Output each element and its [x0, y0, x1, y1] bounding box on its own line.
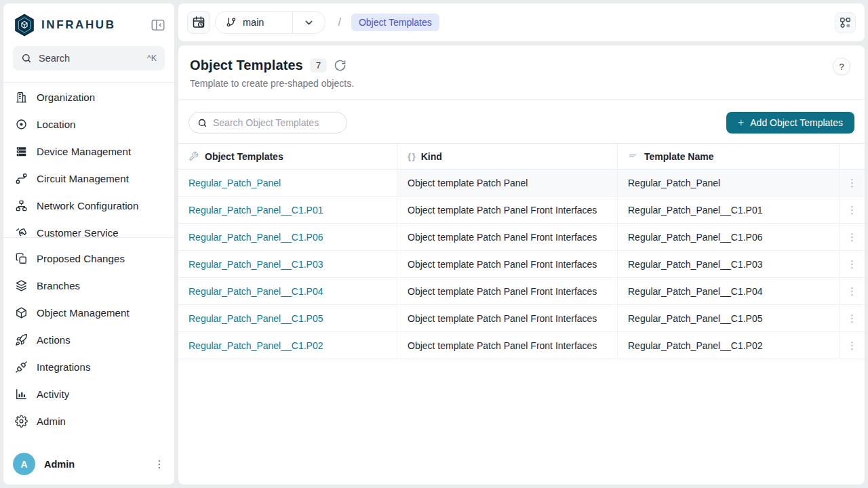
align-left-icon — [628, 151, 638, 161]
sidebar-item-label: Device Management — [37, 146, 131, 157]
cell-object-template: Regular_Patch_Panel — [178, 169, 397, 197]
sidebar-item-branches[interactable]: Branches — [3, 272, 174, 299]
sidebar-item-network-configuration[interactable]: Network Configuration — [3, 192, 174, 219]
sidebar-item-organization[interactable]: Organization — [3, 83, 174, 110]
row-kebab-icon[interactable]: ⋮ — [840, 258, 865, 270]
column-label: Template Name — [644, 151, 713, 162]
collapse-sidebar-icon[interactable] — [150, 17, 166, 33]
sidebar-item-integrations[interactable]: Integrations — [3, 353, 174, 380]
table-row: Regular_Patch_Panel__C1.P04 Object templ… — [178, 278, 865, 305]
circle-dot-icon — [15, 118, 28, 131]
sidebar-item-customer-service[interactable]: Customer Service — [3, 219, 174, 237]
sidebar-item-label: Customer Service — [37, 227, 119, 238]
sidebar-divider — [3, 237, 174, 238]
object-templates-table: Object Templates { } Kind Template Name — [178, 143, 865, 359]
layers-icon — [15, 279, 28, 292]
sidebar-item-actions[interactable]: Actions — [3, 326, 174, 353]
refresh-icon[interactable] — [334, 59, 347, 73]
network-icon — [15, 199, 28, 212]
time-travel-button[interactable] — [187, 11, 210, 34]
chevron-down-icon[interactable] — [293, 12, 325, 33]
search-icon — [21, 53, 32, 64]
cell-template-name: Regular_Patch_Panel__C1.P01 — [618, 197, 840, 224]
sidebar-item-circuit-management[interactable]: Circuit Management — [3, 165, 174, 192]
cell-actions: ⋮ — [840, 332, 865, 359]
page-subtitle: Template to create pre-shaped objects. — [190, 78, 854, 89]
cell-object-template: Regular_Patch_Panel__C1.P02 — [178, 332, 397, 359]
object-template-link[interactable]: Regular_Patch_Panel__C1.P01 — [189, 205, 323, 216]
sidebar-item-admin[interactable]: Admin — [3, 407, 174, 434]
breadcrumb-separator: / — [338, 16, 340, 28]
sidebar-item-activity[interactable]: Activity — [3, 380, 174, 407]
cell-object-template: Regular_Patch_Panel__C1.P05 — [178, 305, 397, 332]
cell-template-name: Regular_Patch_Panel__C1.P06 — [618, 224, 840, 251]
sidebar-item-label: Activity — [37, 388, 69, 400]
branch-name: main — [243, 17, 264, 28]
row-kebab-icon[interactable]: ⋮ — [840, 285, 865, 298]
row-kebab-icon[interactable]: ⋮ — [840, 312, 865, 325]
row-kebab-icon[interactable]: ⋮ — [840, 231, 865, 243]
cell-kind: Object template Patch Panel Front Interf… — [397, 332, 618, 359]
help-button[interactable]: ? — [833, 58, 850, 75]
sidebar-search[interactable]: Search ^K — [13, 46, 165, 70]
cell-actions: ⋮ — [840, 305, 865, 332]
sidebar-item-location[interactable]: Location — [3, 110, 174, 138]
user-row[interactable]: A Admin ⋮ — [13, 453, 167, 475]
cell-object-template: Regular_Patch_Panel__C1.P04 — [178, 278, 397, 305]
sidebar-item-proposed-changes[interactable]: Proposed Changes — [3, 245, 174, 272]
rocket-icon — [15, 333, 28, 346]
search-shortcut: ^K — [147, 54, 157, 63]
bar-chart-icon — [15, 388, 28, 401]
object-template-link[interactable]: Regular_Patch_Panel — [189, 178, 281, 188]
column-header-object-templates[interactable]: Object Templates — [178, 144, 397, 169]
page-header: Object Templates 7 Template to create pr… — [178, 45, 865, 100]
object-search-input[interactable] — [213, 117, 338, 128]
row-kebab-icon[interactable]: ⋮ — [840, 340, 865, 352]
sidebar-item-object-management[interactable]: Object Management — [3, 299, 174, 326]
column-header-template-name[interactable]: Template Name — [618, 144, 840, 169]
row-kebab-icon[interactable]: ⋮ — [840, 177, 865, 189]
calendar-clock-icon — [192, 16, 205, 29]
table-header-row: Object Templates { } Kind Template Name — [178, 143, 865, 169]
sidebar-group-objects: Organization Location Device Management — [3, 83, 174, 237]
sidebar-item-label: Actions — [37, 334, 71, 346]
user-menu-kebab-icon[interactable]: ⋮ — [151, 458, 167, 470]
cell-template-name: Regular_Patch_Panel__C1.P04 — [618, 278, 840, 305]
table-row: Regular_Patch_Panel__C1.P06 Object templ… — [178, 224, 865, 251]
branch-selector[interactable]: main — [215, 11, 326, 34]
sidebar: INFRAHUB Search ^K Organization — [3, 3, 175, 485]
sidebar-item-label: Organization — [37, 92, 95, 103]
table-row: Regular_Patch_Panel__C1.P01 Object templ… — [178, 197, 865, 224]
box-icon — [15, 306, 28, 319]
schema-visualizer-button[interactable] — [835, 12, 856, 33]
column-header-actions — [840, 144, 865, 169]
object-template-link[interactable]: Regular_Patch_Panel__C1.P06 — [189, 232, 323, 243]
app-wordmark: INFRAHUB — [41, 18, 150, 32]
cell-actions: ⋮ — [840, 197, 865, 224]
table-row: Regular_Patch_Panel__C1.P02 Object templ… — [178, 332, 865, 359]
cell-actions: ⋮ — [840, 169, 865, 197]
cell-template-name: Regular_Patch_Panel__C1.P03 — [618, 251, 840, 278]
sidebar-item-label: Circuit Management — [37, 173, 129, 184]
object-template-link[interactable]: Regular_Patch_Panel__C1.P02 — [189, 340, 323, 351]
sidebar-item-device-management[interactable]: Device Management — [3, 138, 174, 165]
column-header-kind[interactable]: { } Kind — [397, 144, 618, 169]
table-row: Regular_Patch_Panel__C1.P05 Object templ… — [178, 305, 865, 332]
sidebar-item-label: Network Configuration — [37, 200, 139, 211]
sidebar-item-label: Location — [37, 119, 76, 130]
cell-object-template: Regular_Patch_Panel__C1.P06 — [178, 224, 397, 251]
list-toolbar: + Add Object Templates — [178, 100, 865, 143]
object-template-link[interactable]: Regular_Patch_Panel__C1.P04 — [189, 286, 323, 297]
object-template-link[interactable]: Regular_Patch_Panel__C1.P05 — [189, 313, 323, 324]
sidebar-item-label: Admin — [37, 415, 66, 427]
server-icon — [15, 145, 28, 158]
breadcrumb-current[interactable]: Object Templates — [351, 14, 439, 31]
object-template-link[interactable]: Regular_Patch_Panel__C1.P03 — [189, 259, 323, 270]
top-bar: main / Object Templates — [178, 3, 865, 42]
sidebar-divider — [3, 82, 174, 83]
braces-icon: { } — [408, 151, 415, 161]
add-object-templates-button[interactable]: + Add Object Templates — [726, 112, 854, 134]
cell-kind: Object template Patch Panel Front Interf… — [397, 224, 618, 251]
sidebar-item-label: Proposed Changes — [37, 253, 125, 264]
row-kebab-icon[interactable]: ⋮ — [840, 204, 865, 216]
